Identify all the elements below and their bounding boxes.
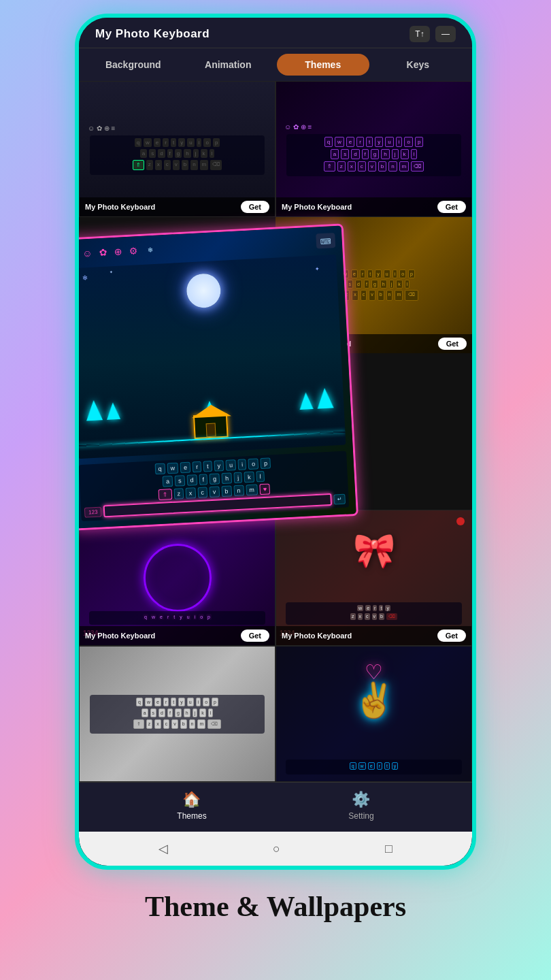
theme-label-ribbon: My Photo Keyboard Get [276, 626, 471, 645]
get-button-neon-purple[interactable]: Get [437, 201, 466, 213]
tree-right2 [299, 392, 313, 410]
theme-card-dark[interactable]: ☺ ✿ ⊕ ≡ q w e r t y u i o p [79, 81, 276, 217]
theme-name-ribbon: My Photo Keyboard [282, 632, 352, 640]
tab-themes[interactable]: Themes [277, 54, 369, 76]
toolbar-grid-icon: ⊞ [75, 248, 76, 260]
toolbar-snowflake: ❄ [147, 246, 153, 254]
toolbar-lang-icon: ⊕ [114, 246, 122, 257]
tagline-text: Theme & Wallpapers [145, 890, 406, 923]
toolbar-keyboard-btn[interactable]: ⌨ [316, 233, 335, 248]
recents-button[interactable]: □ [385, 842, 393, 856]
phone-nav-bar: ◁ ○ □ [79, 832, 472, 866]
font-size-icon[interactable]: T↑ [410, 26, 430, 42]
themes-grid: ☺ ✿ ⊕ ≡ q w e r t y u i o p [79, 81, 472, 782]
theme-card-neon-purple[interactable]: ☺ ✿ ⊕ ≡ q w e r t y u i o p [276, 81, 472, 217]
toolbar-emoji-icon: ☺ [82, 248, 93, 259]
neon-house [193, 413, 229, 439]
theme-label-neon-purple: My Photo Keyboard Get [276, 197, 471, 216]
home-button[interactable]: ○ [273, 842, 280, 856]
themes-nav-icon: 🏠 [182, 791, 201, 808]
back-button[interactable]: ◁ [158, 841, 168, 856]
get-button-ribbon[interactable]: Get [437, 630, 466, 642]
tree-left2 [106, 402, 120, 419]
featured-keyboard: q w e r t y u i o p a [78, 451, 349, 522]
featured-card-christmas[interactable]: ⊞ ☺ ✿ ⊕ ⚙ ❄ ⌨ ❄ [75, 223, 358, 530]
theme-label-dark: My Photo Keyboard Get [80, 197, 275, 216]
theme-card-silver[interactable]: q w e r t y u i o p a [79, 646, 276, 782]
nav-setting[interactable]: ⚙️ Setting [348, 791, 373, 821]
themes-nav-label: Themes [177, 811, 206, 821]
get-button-dark[interactable]: Get [241, 201, 269, 213]
tab-keys[interactable]: Keys [372, 54, 465, 76]
phone-frame: My Photo Keyboard T↑ — Background Animat… [75, 14, 476, 870]
theme-name-neon-circle: My Photo Keyboard [85, 632, 155, 640]
toolbar-settings-icon: ⚙ [129, 245, 138, 257]
get-button-gold[interactable]: Get [438, 338, 467, 350]
settings-nav-label: Setting [348, 811, 373, 821]
star3: ✦ [110, 270, 113, 274]
nav-tabs: Background Animation Themes Keys [79, 48, 472, 81]
house-door [206, 423, 216, 437]
neon-winter-scene: ❄ ✦ ✦ [75, 254, 346, 458]
tree-left1 [86, 399, 103, 421]
tab-animation[interactable]: Animation [182, 54, 275, 76]
nav-themes[interactable]: 🏠 Themes [177, 791, 206, 821]
tab-background[interactable]: Background [87, 54, 180, 76]
settings-nav-icon: ⚙️ [352, 791, 370, 808]
star1: ❄ [82, 274, 88, 282]
theme-card-neon-circle[interactable]: 🌿 q w e r t y u i o p 1234 [79, 510, 276, 646]
bottom-navigation: 🏠 Themes ⚙️ Setting [79, 782, 472, 832]
app-title: My Photo Keyboard [95, 27, 210, 41]
minimize-icon[interactable]: — [435, 26, 456, 42]
star2: ✦ [315, 265, 320, 272]
top-bar: My Photo Keyboard T↑ — [79, 18, 472, 48]
neon-moon [186, 272, 222, 308]
tagline-section: Theme & Wallpapers [124, 890, 427, 923]
theme-card-neon-hand[interactable]: ♡ ✌ q w e r t y [276, 646, 472, 782]
theme-card-ribbon[interactable]: 🎀 w e r t y z x c v b [276, 510, 472, 646]
top-icons-group: T↑ — [410, 26, 456, 42]
theme-label-neon-circle: My Photo Keyboard Get [80, 626, 275, 645]
toolbar-sticker-icon: ✿ [99, 247, 107, 259]
theme-name-dark: My Photo Keyboard [85, 203, 155, 211]
tree-right1 [316, 387, 334, 408]
theme-name-neon-purple: My Photo Keyboard [282, 203, 352, 211]
featured-row: q w e r t y u i o p a s d [79, 217, 472, 510]
house-roof [191, 404, 231, 418]
get-button-neon-circle[interactable]: Get [241, 630, 269, 642]
